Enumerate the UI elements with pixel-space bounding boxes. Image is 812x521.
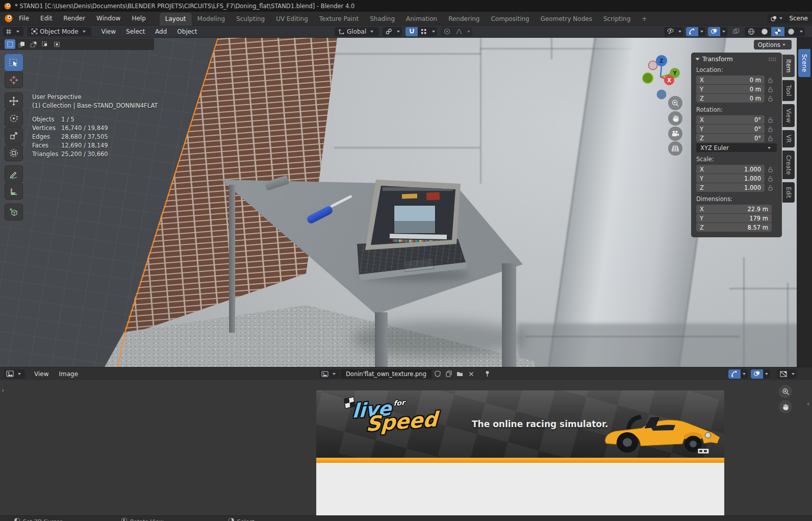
- sidebar-tab-tool[interactable]: Tool: [782, 80, 795, 101]
- workspace-tab-scripting[interactable]: Scripting: [598, 13, 636, 26]
- sidebar-collapse-arrow[interactable]: ‹: [807, 400, 809, 407]
- image-name-field[interactable]: Donin'flat_own_texture.png: [341, 369, 432, 379]
- pan-button[interactable]: [668, 111, 682, 126]
- viewport-menu-view[interactable]: View: [96, 28, 121, 35]
- rotation-y-field[interactable]: Y0°: [696, 125, 765, 133]
- show-overlays-toggle[interactable]: [708, 27, 720, 36]
- select-mode-set-button[interactable]: [5, 39, 15, 49]
- right-edge-tab-scene[interactable]: Scene: [798, 49, 810, 77]
- workspace-tab-geometry-nodes[interactable]: Geometry Nodes: [535, 13, 598, 26]
- dimensions-z-field[interactable]: Z8.57 m: [696, 223, 772, 232]
- navigation-gizmo[interactable]: Z Y X: [637, 51, 688, 102]
- select-mode-intersect-button[interactable]: [52, 39, 62, 49]
- blender-menu-icon[interactable]: [4, 14, 13, 23]
- scale-z-field[interactable]: Z1.000: [696, 183, 765, 192]
- browse-image-button[interactable]: [319, 369, 340, 379]
- show-gizmos-toggle[interactable]: [686, 27, 698, 36]
- sidebar-tab-vr[interactable]: VR: [782, 130, 795, 147]
- tool-annotate[interactable]: [5, 165, 23, 182]
- dimensions-y-field[interactable]: Y179 m: [696, 214, 772, 222]
- tool-measure[interactable]: [5, 183, 23, 200]
- fake-user-shield-button[interactable]: [433, 369, 443, 379]
- toolbar-expand-arrow[interactable]: ›: [2, 386, 4, 394]
- shading-solid-button[interactable]: [758, 27, 771, 36]
- shading-rendered-button[interactable]: [784, 27, 798, 36]
- viewport-menu-object[interactable]: Object: [172, 28, 202, 35]
- image-pan-button[interactable]: [779, 400, 792, 413]
- rotation-mode-selector[interactable]: XYZ Euler: [696, 143, 777, 152]
- pivot-point-selector[interactable]: [383, 27, 402, 36]
- workspace-tab-uv-editing[interactable]: UV Editing: [270, 13, 314, 26]
- xray-toggle[interactable]: [730, 27, 742, 36]
- location-y-field[interactable]: Y0 m: [696, 85, 765, 93]
- image-menu-image[interactable]: Image: [54, 370, 83, 378]
- shading-material-preview-button[interactable]: [771, 27, 784, 36]
- scale-x-field[interactable]: X1.000: [696, 165, 765, 173]
- workspace-tab-modeling[interactable]: Modeling: [192, 13, 231, 26]
- unlock-icon[interactable]: [768, 86, 773, 92]
- tool-cursor[interactable]: [5, 71, 23, 88]
- display-channels-selector[interactable]: [777, 369, 797, 379]
- 3d-table-leg[interactable]: [229, 185, 235, 333]
- image-editor-canvas[interactable]: › livefor Speed The online racing simula…: [0, 380, 812, 515]
- 3d-table-leg[interactable]: [502, 263, 516, 367]
- workspace-tab-animation[interactable]: Animation: [400, 13, 443, 26]
- shading-wireframe-button[interactable]: [745, 27, 758, 36]
- unlock-icon[interactable]: [768, 166, 773, 172]
- tool-rotate[interactable]: [5, 110, 23, 127]
- workspace-tab-texture-paint[interactable]: Texture Paint: [314, 13, 364, 26]
- perspective-toggle-button[interactable]: [668, 141, 682, 156]
- unlock-icon[interactable]: [768, 77, 773, 83]
- select-mode-subtract-button[interactable]: [28, 39, 39, 49]
- unlock-icon[interactable]: [768, 126, 773, 132]
- workspace-tab-sculpting[interactable]: Sculpting: [231, 13, 270, 26]
- workspace-tab-compositing[interactable]: Compositing: [485, 13, 535, 26]
- viewport-menu-add[interactable]: Add: [150, 28, 172, 35]
- transform-panel-header[interactable]: Transform: [696, 56, 777, 63]
- image-gizmos-toggle[interactable]: [728, 369, 741, 379]
- workspace-tab-shading[interactable]: Shading: [364, 13, 400, 26]
- mode-selector[interactable]: Object Mode: [28, 27, 91, 36]
- rotation-x-field[interactable]: X0°: [696, 115, 765, 124]
- location-z-field[interactable]: Z0 m: [696, 94, 765, 103]
- menu-file[interactable]: File: [13, 15, 35, 22]
- panel-grip-icon[interactable]: [768, 57, 777, 62]
- gizmo-minus-z-ball[interactable]: [657, 90, 667, 100]
- snap-toggle[interactable]: [405, 27, 418, 36]
- menu-help[interactable]: Help: [126, 15, 151, 22]
- zoom-button[interactable]: [668, 96, 682, 110]
- unlock-icon[interactable]: [768, 95, 773, 102]
- tool-transform[interactable]: [5, 144, 23, 161]
- scene-selector[interactable]: Scene: [767, 13, 812, 23]
- gizmo-minus-y-ball[interactable]: [643, 73, 653, 84]
- tool-select-box[interactable]: [5, 54, 23, 71]
- unlock-icon[interactable]: [768, 185, 773, 191]
- camera-view-button[interactable]: [668, 127, 682, 141]
- duplicate-image-button[interactable]: [444, 369, 454, 379]
- rotation-z-field[interactable]: Z0°: [696, 134, 765, 142]
- select-mode-invert-button[interactable]: [40, 39, 50, 49]
- menu-edit[interactable]: Edit: [35, 15, 58, 22]
- unlock-icon[interactable]: [768, 135, 773, 141]
- image-menu-view[interactable]: View: [29, 370, 54, 378]
- menu-render[interactable]: Render: [58, 15, 91, 22]
- unlink-image-button[interactable]: [466, 369, 476, 379]
- workspace-add-tab-button[interactable]: +: [636, 13, 652, 26]
- options-button[interactable]: Options: [754, 40, 792, 49]
- workspace-tab-layout[interactable]: Layout: [160, 13, 192, 26]
- snap-settings-button[interactable]: [418, 27, 430, 36]
- viewport-3d[interactable]: [0, 38, 812, 367]
- tool-scale[interactable]: [5, 127, 23, 144]
- object-visibility-selector[interactable]: [664, 27, 683, 36]
- image-editor-type-selector[interactable]: [4, 369, 25, 379]
- 3d-table-leg[interactable]: [375, 312, 388, 367]
- tool-add-cube[interactable]: [5, 204, 23, 220]
- scale-y-field[interactable]: Y1.000: [696, 174, 765, 183]
- falloff-selector[interactable]: [453, 27, 465, 36]
- workspace-tab-rendering[interactable]: Rendering: [443, 13, 485, 26]
- unlock-icon[interactable]: [768, 117, 773, 123]
- sidebar-tab-item[interactable]: Item: [782, 55, 795, 77]
- menu-window[interactable]: Window: [91, 15, 126, 22]
- sidebar-tab-create[interactable]: Create: [782, 151, 795, 179]
- proportional-edit-toggle[interactable]: [441, 27, 453, 36]
